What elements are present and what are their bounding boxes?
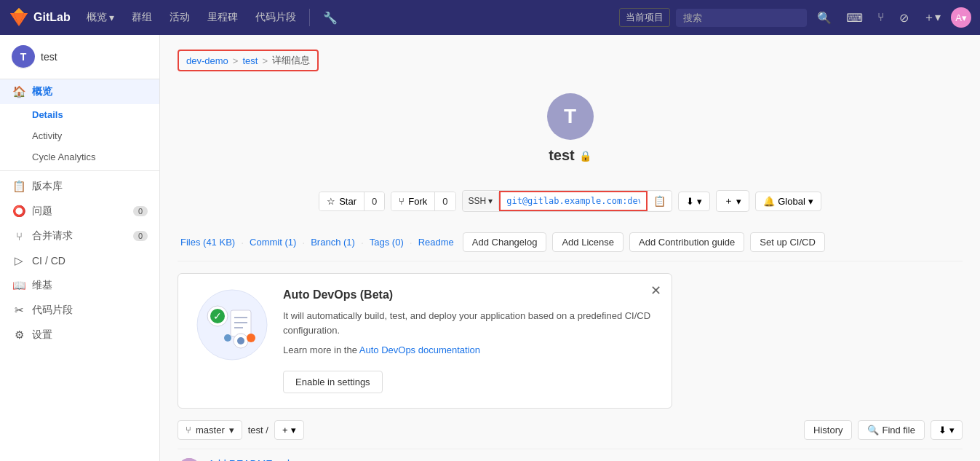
nav-groups[interactable]: 群组 [124,8,159,27]
project-header: T test 🔒 [178,86,963,178]
star-count: 0 [364,192,384,210]
commit-author-avatar [178,458,201,462]
nav-projects[interactable]: 概览 ▾ [79,8,121,27]
nav-snippets[interactable]: 代码片段 [248,8,303,27]
sidebar-subitem-cycle-analytics[interactable]: Cycle Analytics [0,146,159,168]
topnav-right: 当前项目 🔍 ⌨ ⑂ ⊘ ＋▾ A▾ [619,7,971,28]
project-name-sidebar: test [41,51,57,63]
add-license-button[interactable]: Add License [552,232,624,252]
branch-link[interactable]: Branch (1) [308,235,358,249]
app-layout: T test 🏠 概览 Details Activity Cycle Analy… [0,35,980,461]
nav-activity[interactable]: 活动 [162,8,197,27]
ssh-url-wrapper [499,191,648,211]
user-avatar[interactable]: A▾ [951,7,971,28]
sidebar-item-wiki[interactable]: 📖 维基 [0,273,159,298]
nav-milestones[interactable]: 里程碑 [200,8,245,27]
admin-wrench-icon[interactable]: 🔧 [316,8,345,28]
clone-icon: ⬇ [686,196,694,207]
lock-icon: 🔒 [579,150,591,162]
brand-name: GitLab [33,11,71,24]
svg-point-11 [224,334,231,342]
notification-button[interactable]: 🔔 Global ▾ [755,192,821,211]
keyboard-shortcut-icon[interactable]: ⌨ [842,8,867,28]
breadcrumb-test[interactable]: test [242,55,258,66]
devops-popup: ✕ ✓ [178,273,672,409]
sidebar-overview-label: 概览 [32,85,52,98]
project-title: test 🔒 [178,147,963,164]
sidebar-subitem-activity[interactable]: Activity [0,125,159,146]
sidebar-snippets-label: 代码片段 [32,304,73,317]
close-popup-button[interactable]: ✕ [650,283,661,299]
search-icon[interactable]: 🔍 [813,8,836,28]
project-avatar-small: T [12,45,35,68]
sidebar-item-cicd[interactable]: ▷ CI / CD [0,248,159,273]
ssh-dropdown[interactable]: SSH ▾ [463,192,500,210]
add-to-repo-button[interactable]: + ▾ [274,420,304,440]
stats-row: Files (41 KB) · Commit (1) · Branch (1) … [178,224,963,261]
sidebar-issues-label: 问题 [32,205,52,218]
merge-badge: 0 [133,231,148,241]
download-icon: ⬇ [939,425,947,436]
download-repo-button[interactable]: ⬇ ▾ [931,420,963,440]
sidebar-item-merge-requests[interactable]: ⑂ 合并请求 0 [0,224,159,248]
file-browser: ⑂ master ▾ test / + ▾ History 🔍 Find fil… [178,420,963,462]
devops-content: Auto DevOps (Beta) It will automatically… [283,288,654,393]
top-navigation: GitLab 概览 ▾ 群组 活动 里程碑 代码片段 🔧 当前项目 🔍 ⌨ ⑂ … [0,0,980,35]
star-button[interactable]: ☆ Star [319,192,364,210]
branch-chevron-icon: ▾ [229,425,234,436]
sidebar-user: T test [0,35,159,79]
breadcrumb-dev-demo[interactable]: dev-demo [186,55,228,66]
breadcrumb-sep-2: > [262,55,268,66]
sidebar-item-overview[interactable]: 🏠 概览 [0,79,159,104]
add-changelog-button[interactable]: Add Changelog [463,232,547,252]
search-input[interactable] [676,9,807,27]
file-browser-header: ⑂ master ▾ test / + ▾ History 🔍 Find fil… [178,420,963,440]
commit-link[interactable]: Commit (1) [247,235,299,249]
stat-sep-2: · [302,237,305,248]
fork-group: ⑂ Fork 0 [391,192,455,211]
readme-link[interactable]: Readme [415,235,457,249]
enable-devops-button[interactable]: Enable in settings [283,371,383,393]
devops-learn: Learn more in the Auto DevOps documentat… [283,343,654,358]
current-project-label[interactable]: 当前项目 [619,8,670,27]
add-icon[interactable]: ＋▾ [919,7,945,28]
sidebar-subitem-details[interactable]: Details [0,104,159,125]
clone-button[interactable]: ⬇ ▾ [678,192,710,211]
sidebar-divider-1 [0,170,159,171]
sidebar-item-settings[interactable]: ⚙ 设置 [0,323,159,347]
breadcrumb-sep-1: > [233,55,239,66]
tags-link[interactable]: Tags (0) [367,235,407,249]
copy-url-button[interactable]: 📋 [648,192,672,210]
add-contribution-button[interactable]: Add Contribution guide [629,232,744,252]
download-chevron: ▾ [949,425,955,436]
ssh-url-input[interactable] [501,192,646,210]
devops-desc: It will automatically build, test, and d… [283,309,654,337]
issues-icon[interactable]: ⊘ [895,8,913,28]
svg-text:✓: ✓ [213,310,222,322]
plus-icon: ＋ [724,194,733,208]
setup-cicd-button[interactable]: Set up CI/CD [750,232,825,252]
commit-message-link[interactable]: Add README.md [208,458,882,462]
branch-icon: ⑂ [186,425,191,436]
file-browser-actions: History 🔍 Find file ⬇ ▾ [804,420,963,440]
fork-button[interactable]: ⑂ Fork [391,192,434,210]
settings-icon: ⚙ [12,328,26,342]
devops-illustration: ✓ [196,288,268,361]
sidebar-item-issues[interactable]: ⭕ 问题 0 [0,199,159,224]
sidebar-item-snippets[interactable]: ✂ 代码片段 [0,298,159,323]
merge-request-icon[interactable]: ⑂ [873,8,889,27]
svg-point-10 [247,334,255,342]
bell-icon: 🔔 [763,196,775,207]
history-button[interactable]: History [804,420,852,440]
find-file-label: Find file [882,425,915,436]
branch-selector[interactable]: ⑂ master ▾ [178,420,242,440]
issues-sidebar-icon: ⭕ [12,205,26,218]
find-file-button[interactable]: 🔍 Find file [858,420,925,440]
sidebar-item-repository[interactable]: 📋 版本库 [0,174,159,199]
sidebar-settings-label: 设置 [32,328,52,342]
add-file-button[interactable]: ＋ ▾ [716,190,749,212]
gitlab-logo[interactable]: GitLab [9,7,71,28]
devops-doc-link[interactable]: Auto DevOps documentation [359,344,480,355]
sidebar-merge-label: 合并请求 [32,229,73,243]
files-link[interactable]: Files (41 KB) [178,235,238,249]
